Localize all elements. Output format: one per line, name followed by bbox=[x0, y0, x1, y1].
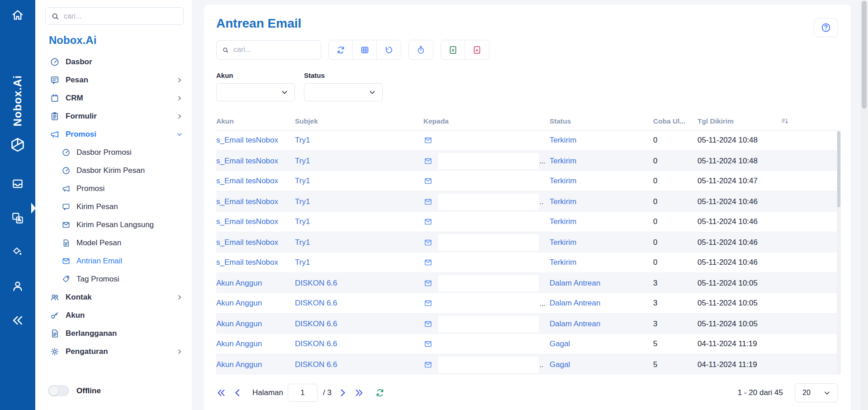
offline-toggle[interactable] bbox=[48, 385, 69, 396]
cell-status[interactable]: Terkirim bbox=[550, 136, 653, 145]
cell-subjek[interactable]: Try1 bbox=[295, 217, 423, 226]
mail-icon[interactable] bbox=[423, 217, 433, 226]
export-pdf-button[interactable] bbox=[465, 40, 489, 59]
col-akun[interactable]: Akun bbox=[216, 117, 295, 125]
last-page-icon[interactable] bbox=[354, 388, 364, 398]
table-row[interactable]: Akun Anggun DISKON 6.6 Dalam Antrean 3 0… bbox=[216, 273, 838, 293]
cell-subjek[interactable]: Try1 bbox=[295, 197, 423, 206]
page-scrollbar[interactable] bbox=[860, 0, 868, 410]
ink-icon[interactable] bbox=[11, 245, 24, 257]
cell-akun[interactable]: s_Email tesNobox bbox=[216, 157, 295, 166]
cell-status[interactable]: Terkirim bbox=[550, 157, 653, 166]
page-size-select[interactable]: 20 bbox=[795, 383, 838, 402]
sidebar-item-tag-promosi[interactable]: Tag Promosi bbox=[35, 270, 192, 288]
filter-status-select[interactable] bbox=[304, 83, 383, 101]
cell-akun[interactable]: Akun Anggun bbox=[216, 360, 295, 369]
col-subjek[interactable]: Subjek bbox=[295, 117, 423, 125]
table-row[interactable]: s_Email tesNobox Try1 Terkirim 0 05-11-2… bbox=[216, 253, 838, 273]
mail-icon[interactable] bbox=[423, 197, 433, 206]
cell-subjek[interactable]: Try1 bbox=[295, 176, 423, 186]
cell-subjek[interactable]: DISKON 6.6 bbox=[295, 339, 423, 348]
sidebar-item-kirim-pesan[interactable]: Kirim Pesan bbox=[35, 198, 192, 216]
table-row[interactable]: Akun Anggun DISKON 6.6 Gagal 5 04-11-202… bbox=[216, 334, 838, 354]
sidebar-item-formulir[interactable]: Formulir bbox=[35, 107, 192, 125]
sidebar-item-dasbor-promosi[interactable]: Dasbor Promosi bbox=[35, 143, 192, 162]
sidebar-item-crm[interactable]: CRM bbox=[35, 89, 192, 107]
cell-subjek[interactable]: DISKON 6.6 bbox=[295, 319, 423, 329]
mail-icon[interactable] bbox=[423, 279, 433, 288]
table-row[interactable]: s_Email tesNobox Try1 Terkirim 0 05-11-2… bbox=[216, 232, 838, 253]
help-button[interactable] bbox=[814, 18, 838, 37]
cell-status[interactable]: Dalam Antrean bbox=[550, 299, 653, 308]
table-row[interactable]: s_Email tesNobox Try1 ... Terkirim 0 05-… bbox=[216, 151, 838, 171]
translate-icon[interactable] bbox=[11, 211, 24, 225]
next-page-icon[interactable] bbox=[338, 388, 348, 398]
cell-subjek[interactable]: DISKON 6.6 bbox=[295, 279, 423, 288]
previous-page-icon[interactable] bbox=[232, 388, 242, 398]
mail-icon[interactable] bbox=[423, 299, 433, 308]
sidebar-item-berlangganan[interactable]: Berlangganan bbox=[35, 324, 192, 343]
reset-button[interactable] bbox=[377, 40, 401, 59]
sidebar-item-kirim-pesan-langsung[interactable]: Kirim Pesan Langsung bbox=[35, 216, 192, 234]
sidebar-item-akun[interactable]: Akun bbox=[35, 306, 192, 324]
export-excel-button[interactable] bbox=[441, 40, 465, 59]
cell-akun[interactable]: s_Email tesNobox bbox=[216, 258, 295, 267]
first-page-icon[interactable] bbox=[216, 388, 226, 398]
home-icon[interactable] bbox=[11, 8, 24, 22]
table-row[interactable]: s_Email tesNobox Try1 Terkirim 0 05-11-2… bbox=[216, 212, 838, 232]
col-tgl-dikirim[interactable]: Tgl Dikirim bbox=[697, 117, 781, 125]
table-scrollbar-thumb[interactable] bbox=[837, 131, 840, 207]
cell-subjek[interactable]: DISKON 6.6 bbox=[295, 360, 423, 369]
mail-icon[interactable] bbox=[423, 238, 433, 247]
table-row[interactable]: s_Email tesNobox Try1 .. Terkirim 0 05-1… bbox=[216, 191, 838, 212]
table-view-button[interactable] bbox=[353, 40, 377, 59]
table-row[interactable]: Akun Anggun DISKON 6.6 ... Dalam Antrean… bbox=[216, 293, 838, 314]
sidebar-item-promosi[interactable]: Promosi bbox=[35, 125, 192, 143]
cell-status[interactable]: Terkirim bbox=[550, 258, 653, 267]
cell-akun[interactable]: s_Email tesNobox bbox=[216, 238, 295, 247]
table-search[interactable] bbox=[216, 40, 321, 60]
mail-icon[interactable] bbox=[423, 136, 433, 145]
col-kepada[interactable]: Kepada bbox=[423, 117, 550, 125]
page-scrollbar-thumb[interactable] bbox=[862, 1, 867, 109]
mail-icon[interactable] bbox=[423, 339, 433, 348]
table-row[interactable]: s_Email tesNobox Try1 Terkirim 0 05-11-2… bbox=[216, 171, 838, 191]
page-number-input[interactable] bbox=[288, 384, 318, 402]
cell-status[interactable]: Terkirim bbox=[550, 238, 653, 247]
inbox-icon[interactable] bbox=[11, 177, 24, 191]
sidebar-item-model-pesan[interactable]: Model Pesan bbox=[35, 234, 192, 252]
col-status[interactable]: Status bbox=[550, 117, 653, 125]
cell-akun[interactable]: Akun Anggun bbox=[216, 339, 295, 348]
sidebar-item-antrian-email[interactable]: Antrian Email bbox=[35, 252, 192, 270]
table-row[interactable]: s_Email tesNobox Try1 Terkirim 0 05-11-2… bbox=[216, 130, 838, 151]
cell-akun[interactable]: Akun Anggun bbox=[216, 319, 295, 329]
sidebar-item-kontak[interactable]: Kontak bbox=[35, 288, 192, 306]
mail-icon[interactable] bbox=[423, 176, 433, 186]
sidebar-item-dasbor[interactable]: Dasbor bbox=[35, 53, 192, 71]
cell-status[interactable]: Terkirim bbox=[550, 176, 653, 186]
cell-subjek[interactable]: Try1 bbox=[295, 238, 423, 247]
cell-subjek[interactable]: Try1 bbox=[295, 157, 423, 166]
cell-akun[interactable]: s_Email tesNobox bbox=[216, 217, 295, 226]
reload-list-icon[interactable] bbox=[375, 388, 385, 398]
mail-icon[interactable] bbox=[423, 258, 433, 267]
refresh-button[interactable] bbox=[329, 40, 353, 59]
sidebar-search[interactable] bbox=[45, 7, 184, 25]
table-search-input[interactable] bbox=[233, 46, 315, 54]
cell-akun[interactable]: Akun Anggun bbox=[216, 279, 295, 288]
sidebar-search-input[interactable] bbox=[64, 12, 178, 20]
cell-status[interactable]: Gagal bbox=[550, 360, 653, 369]
cell-status[interactable]: Dalam Antrean bbox=[550, 319, 653, 329]
cell-akun[interactable]: Akun Anggun bbox=[216, 299, 295, 308]
cell-subjek[interactable]: Try1 bbox=[295, 258, 423, 267]
mail-icon[interactable] bbox=[423, 360, 433, 369]
cell-akun[interactable]: s_Email tesNobox bbox=[216, 136, 295, 145]
cell-status[interactable]: Terkirim bbox=[550, 197, 653, 206]
sort-descending-icon[interactable] bbox=[781, 117, 789, 125]
filter-akun-select[interactable] bbox=[216, 83, 295, 101]
person-icon[interactable] bbox=[11, 279, 24, 293]
col-coba-ulang[interactable]: Coba Ul... bbox=[653, 117, 697, 125]
cell-subjek[interactable]: Try1 bbox=[295, 136, 423, 145]
sidebar-item-dasbor-kirim-pesan[interactable]: Dasbor Kirim Pesan bbox=[35, 162, 192, 180]
mail-icon[interactable] bbox=[423, 319, 433, 329]
